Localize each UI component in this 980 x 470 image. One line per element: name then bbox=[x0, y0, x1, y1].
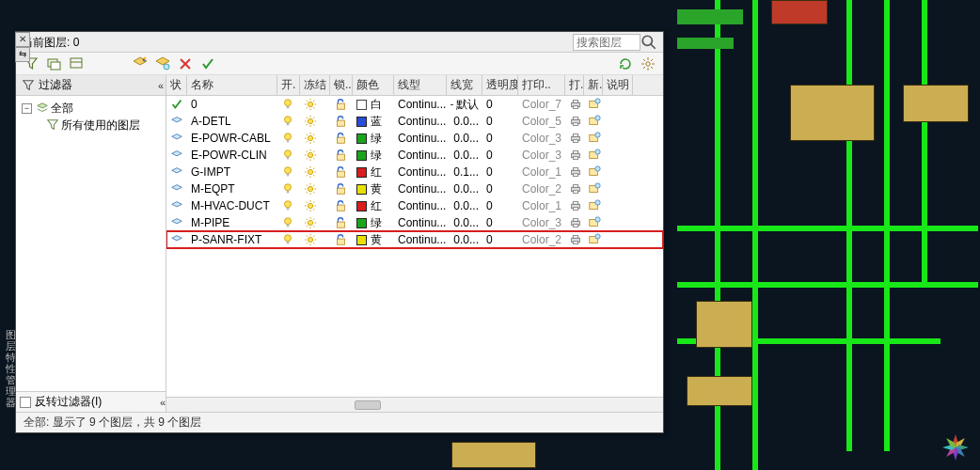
lineweight-cell[interactable]: 0.0... bbox=[447, 147, 482, 164]
printer-icon[interactable] bbox=[569, 216, 582, 229]
tree-root[interactable]: − 全部 bbox=[18, 100, 164, 117]
delete-layer-button[interactable] bbox=[176, 55, 195, 73]
lock-icon[interactable] bbox=[334, 165, 347, 179]
lock-icon[interactable] bbox=[334, 98, 347, 111]
linetype-cell[interactable]: Continu... bbox=[394, 130, 447, 147]
new-layer-vp-frozen-button[interactable] bbox=[153, 55, 172, 73]
layer-states-button[interactable] bbox=[67, 55, 86, 73]
col-linetype[interactable]: 线型 bbox=[394, 75, 447, 95]
sun-icon[interactable] bbox=[304, 98, 317, 111]
sun-icon[interactable] bbox=[304, 216, 317, 229]
new-vp-freeze-icon[interactable] bbox=[588, 165, 601, 179]
linetype-cell[interactable]: Continu... bbox=[394, 231, 447, 248]
sun-icon[interactable] bbox=[304, 165, 317, 179]
col-desc[interactable]: 说明 bbox=[603, 75, 633, 95]
new-vp-freeze-icon[interactable] bbox=[588, 233, 601, 246]
table-row[interactable]: M-PIPE绿Continu... 0.0...0Color_3 bbox=[166, 214, 663, 231]
transparency-cell[interactable]: 0 bbox=[482, 130, 518, 147]
lock-icon[interactable] bbox=[334, 199, 347, 212]
lineweight-cell[interactable]: 0.0... bbox=[447, 130, 482, 147]
description-cell[interactable] bbox=[603, 96, 633, 113]
linetype-cell[interactable]: Continu... bbox=[394, 180, 447, 197]
description-cell[interactable] bbox=[603, 164, 633, 180]
new-vp-freeze-icon[interactable] bbox=[588, 199, 601, 212]
collapse-left-icon[interactable]: « bbox=[158, 80, 160, 91]
bulb-icon[interactable] bbox=[281, 216, 294, 229]
table-row[interactable]: G-IMPT红Continu... 0.1...0Color_1 bbox=[166, 164, 663, 180]
linetype-cell[interactable]: Continu... bbox=[394, 214, 447, 231]
table-row[interactable]: M-EQPT黄Continu... 0.0...0Color_2 bbox=[166, 180, 663, 197]
sun-icon[interactable] bbox=[304, 132, 317, 145]
printer-icon[interactable] bbox=[569, 182, 582, 196]
new-group-filter-button[interactable] bbox=[44, 55, 63, 73]
description-cell[interactable] bbox=[603, 147, 633, 164]
printer-icon[interactable] bbox=[569, 115, 582, 128]
lineweight-cell[interactable]: 默认 bbox=[447, 96, 482, 113]
table-row[interactable]: E-POWR-CLIN绿Continu... 0.0...0Color_3 bbox=[166, 147, 663, 164]
printer-icon[interactable] bbox=[569, 165, 582, 179]
description-cell[interactable] bbox=[603, 197, 633, 214]
settings-button[interactable] bbox=[639, 55, 657, 73]
table-row[interactable]: 0白Continu... 默认0Color_7 bbox=[166, 96, 663, 113]
new-vp-freeze-icon[interactable] bbox=[588, 216, 601, 229]
linetype-cell[interactable]: Continu... bbox=[394, 113, 447, 130]
bulb-icon[interactable] bbox=[281, 132, 294, 145]
tree-child[interactable]: 所有使用的图层 bbox=[18, 117, 164, 133]
transparency-cell[interactable]: 0 bbox=[482, 113, 518, 130]
lineweight-cell[interactable]: 0.0... bbox=[447, 214, 482, 231]
new-vp-freeze-icon[interactable] bbox=[588, 149, 601, 162]
col-status[interactable]: 状 bbox=[166, 75, 187, 95]
transparency-cell[interactable]: 0 bbox=[482, 164, 518, 180]
collapse-left-foot-icon[interactable]: « bbox=[160, 397, 162, 408]
transparency-cell[interactable]: 0 bbox=[482, 180, 518, 197]
invert-filter-checkbox[interactable] bbox=[20, 397, 31, 408]
color-cell[interactable]: 蓝 bbox=[353, 113, 394, 130]
new-layer-button[interactable] bbox=[131, 55, 150, 73]
table-row[interactable]: E-POWR-CABL绿Continu... 0.0...0Color_3 bbox=[166, 130, 663, 147]
transparency-cell[interactable]: 0 bbox=[482, 214, 518, 231]
bulb-icon[interactable] bbox=[281, 165, 294, 179]
set-current-button[interactable] bbox=[198, 55, 217, 73]
description-cell[interactable] bbox=[603, 214, 633, 231]
new-vp-freeze-icon[interactable] bbox=[588, 98, 601, 111]
sun-icon[interactable] bbox=[304, 149, 317, 162]
lock-icon[interactable] bbox=[334, 149, 347, 162]
transparency-cell[interactable]: 0 bbox=[482, 96, 518, 113]
col-plotstyle[interactable]: 打印.. bbox=[518, 75, 565, 95]
col-name[interactable]: 名称 bbox=[187, 75, 277, 95]
refresh-button[interactable] bbox=[616, 55, 635, 73]
lock-icon[interactable] bbox=[334, 216, 347, 229]
printer-icon[interactable] bbox=[569, 149, 582, 162]
scrollbar-thumb[interactable] bbox=[355, 400, 381, 410]
table-row[interactable]: M-HVAC-DUCT红Continu... 0.0...0Color_1 bbox=[166, 197, 663, 214]
color-cell[interactable]: 红 bbox=[353, 164, 394, 180]
transparency-cell[interactable]: 0 bbox=[482, 197, 518, 214]
color-cell[interactable]: 绿 bbox=[353, 130, 394, 147]
linetype-cell[interactable]: Continu... bbox=[394, 164, 447, 180]
lock-icon[interactable] bbox=[334, 233, 347, 246]
color-cell[interactable]: 绿 bbox=[353, 214, 394, 231]
new-vp-freeze-icon[interactable] bbox=[588, 182, 601, 196]
search-input[interactable] bbox=[573, 34, 640, 51]
transparency-cell[interactable]: 0 bbox=[482, 231, 518, 248]
description-cell[interactable] bbox=[603, 231, 633, 248]
lineweight-cell[interactable]: 0.1... bbox=[447, 164, 482, 180]
bulb-icon[interactable] bbox=[281, 199, 294, 212]
lock-icon[interactable] bbox=[334, 115, 347, 128]
color-cell[interactable]: 绿 bbox=[353, 147, 394, 164]
col-freeze[interactable]: 冻结 bbox=[300, 75, 330, 95]
lineweight-cell[interactable]: 0.0... bbox=[447, 231, 482, 248]
new-vp-freeze-icon[interactable] bbox=[588, 115, 601, 128]
lineweight-cell[interactable]: 0.0... bbox=[447, 180, 482, 197]
description-cell[interactable] bbox=[603, 113, 633, 130]
filter-tree[interactable]: − 全部 所有使用的图层 bbox=[16, 96, 166, 391]
linetype-cell[interactable]: Continu... bbox=[394, 96, 447, 113]
col-on[interactable]: 开. bbox=[277, 75, 300, 95]
lineweight-cell[interactable]: 0.0... bbox=[447, 197, 482, 214]
linetype-cell[interactable]: Continu... bbox=[394, 147, 447, 164]
sun-icon[interactable] bbox=[304, 233, 317, 246]
color-cell[interactable]: 黄 bbox=[353, 231, 394, 248]
pin-icon[interactable]: ⇆ bbox=[15, 47, 30, 62]
col-transparency[interactable]: 透明度 bbox=[482, 75, 518, 95]
col-lock[interactable]: 锁.. bbox=[330, 75, 353, 95]
